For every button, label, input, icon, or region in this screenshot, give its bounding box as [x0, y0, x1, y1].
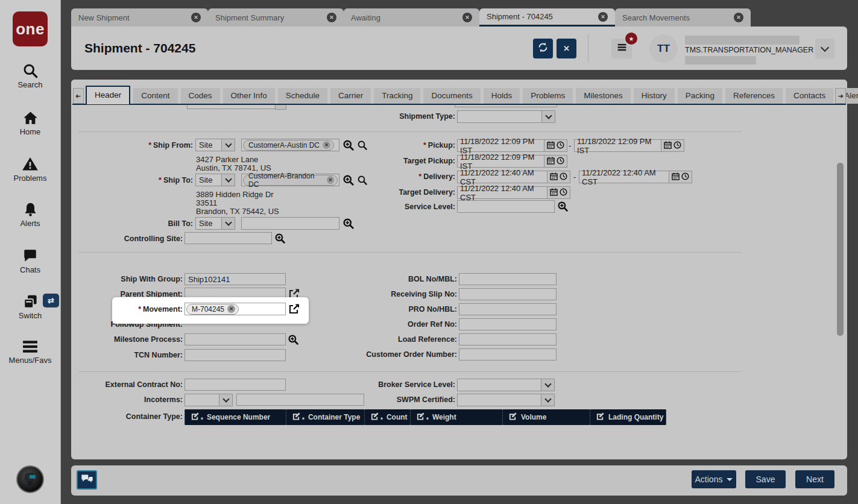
movement-field[interactable]: M-704245✕	[185, 303, 286, 315]
tab-holds[interactable]: Holds	[484, 88, 520, 104]
external-contract-no-field[interactable]	[185, 379, 286, 391]
load-reference-field[interactable]	[459, 333, 557, 345]
calendar-icon[interactable]	[550, 187, 558, 198]
close-icon[interactable]: ✕	[462, 13, 472, 22]
target-delivery-datetime[interactable]: 11/21/2022 12:40 AM CST	[457, 186, 570, 199]
clock-icon[interactable]	[557, 156, 564, 167]
pro-no-field[interactable]	[459, 303, 557, 315]
tab-documents[interactable]: Documents	[423, 88, 480, 104]
search-lookup-icon[interactable]	[357, 140, 368, 151]
calendar-icon[interactable]	[550, 172, 558, 183]
clock-icon[interactable]	[557, 140, 564, 151]
tab-other-info[interactable]: Other Info	[223, 88, 275, 104]
sidebar-item-menus-favs[interactable]: Menus/Favs	[0, 339, 60, 365]
save-button[interactable]: Save	[745, 470, 786, 488]
close-icon[interactable]: ✕	[327, 13, 336, 22]
incoterms-detail-field[interactable]	[236, 394, 364, 406]
window-tab-awaiting[interactable]: Awaiting ✕	[344, 8, 479, 27]
tab-codes[interactable]: Codes	[181, 88, 220, 104]
calendar-icon[interactable]	[547, 140, 555, 151]
calendar-icon[interactable]	[664, 140, 672, 151]
user-menu-dropdown-button[interactable]	[815, 39, 834, 58]
calendar-icon[interactable]	[672, 172, 680, 183]
sidebar-item-chats[interactable]: Chats	[0, 248, 60, 274]
milestone-process-field[interactable]	[185, 333, 286, 345]
actions-button[interactable]: Actions	[692, 470, 736, 488]
tcn-number-field[interactable]	[185, 349, 286, 361]
window-tab-new-shipment[interactable]: New Shipment ✕	[71, 8, 208, 27]
tab-schedule[interactable]: Schedule	[278, 88, 327, 104]
clock-icon[interactable]	[681, 172, 689, 183]
zoom-in-lookup-icon[interactable]	[342, 139, 355, 151]
tab-references[interactable]: References	[725, 88, 783, 104]
sidebar-item-alerts[interactable]: Alerts	[0, 201, 60, 228]
bill-to-type-select[interactable]: Site	[195, 217, 235, 230]
column-header-container-type[interactable]: *Container Type	[286, 409, 364, 425]
user-avatar[interactable]: TT	[649, 34, 678, 63]
column-header-sequence-number[interactable]: *Sequence Number	[185, 409, 286, 425]
column-header-count[interactable]: *Count	[364, 409, 410, 425]
swpm-certified-select[interactable]	[457, 394, 555, 406]
zoom-in-lookup-icon[interactable]	[274, 233, 286, 244]
ship-from-field[interactable]: CustomerA-Austin DC✕	[241, 139, 339, 151]
sidebar-item-search[interactable]: Search	[0, 63, 60, 89]
close-icon[interactable]: ✕	[598, 12, 608, 22]
close-icon[interactable]: ✕	[191, 13, 201, 22]
vertical-scrollbar-thumb[interactable]	[837, 163, 844, 336]
shipment-type-select[interactable]	[457, 110, 555, 123]
remove-chip-icon[interactable]: ✕	[323, 141, 330, 149]
clock-icon[interactable]	[560, 187, 567, 198]
tab-problems[interactable]: Problems	[523, 88, 573, 104]
tab-history[interactable]: History	[634, 88, 675, 104]
zoom-in-lookup-icon[interactable]	[342, 174, 355, 186]
ship-to-type-select[interactable]: Site	[195, 174, 235, 186]
pickup-start-datetime[interactable]: 11/18/2022 12:09 PM IST	[457, 139, 567, 152]
sidebar-item-problems[interactable]: Problems	[0, 156, 60, 183]
bill-to-field[interactable]	[241, 217, 339, 230]
one-network-logo[interactable]: one	[13, 11, 48, 46]
assistant-avatar-button[interactable]	[16, 465, 44, 493]
receiving-slip-no-field[interactable]	[459, 288, 557, 300]
column-header-volume[interactable]: Volume	[502, 409, 590, 425]
delivery-end-datetime[interactable]: 11/21/2022 12:40 AM CST	[579, 171, 692, 183]
close-page-button[interactable]: ✕	[557, 39, 576, 58]
zoom-in-lookup-icon[interactable]	[557, 201, 569, 212]
order-ref-no-field[interactable]	[459, 318, 557, 330]
controlling-site-field[interactable]	[185, 232, 272, 244]
service-level-field[interactable]	[457, 200, 555, 213]
close-icon[interactable]: ✕	[734, 13, 743, 22]
refresh-button[interactable]	[533, 39, 553, 58]
tab-milestones[interactable]: Milestones	[576, 88, 631, 104]
tabs-scroll-left-button[interactable]: ➜	[73, 88, 84, 104]
tab-carrier[interactable]: Carrier	[330, 88, 371, 104]
ship-to-field[interactable]: CustomerA-Brandon DC✕	[241, 174, 339, 186]
window-tab-shipment-704245[interactable]: Shipment - 704245 ✕	[479, 8, 615, 27]
tab-content[interactable]: Content	[133, 88, 177, 104]
clock-icon[interactable]	[673, 140, 681, 151]
pickup-end-datetime[interactable]: 11/18/2022 12:09 PM IST	[574, 139, 684, 152]
clock-icon[interactable]	[560, 172, 567, 183]
chat-button[interactable]	[77, 470, 97, 490]
ship-from-type-select[interactable]: Site	[195, 139, 235, 151]
external-link-icon[interactable]	[288, 303, 300, 315]
search-lookup-icon[interactable]	[357, 175, 368, 186]
window-tab-shipment-summary[interactable]: Shipment Summary ✕	[208, 8, 344, 27]
tab-contacts[interactable]: Contacts	[786, 88, 833, 104]
customer-order-number-field[interactable]	[459, 348, 557, 361]
column-header-lading-quantity[interactable]: Lading Quantity	[590, 409, 666, 425]
calendar-icon[interactable]	[547, 156, 555, 167]
tab-packing[interactable]: Packing	[678, 88, 722, 104]
zoom-in-lookup-icon[interactable]	[288, 334, 299, 345]
remove-chip-icon[interactable]: ✕	[227, 305, 235, 313]
tab-header[interactable]: Header	[86, 86, 130, 104]
tab-tracking[interactable]: Tracking	[374, 88, 420, 104]
switch-swap-badge[interactable]: ⇄	[43, 294, 59, 307]
bol-no-field[interactable]	[459, 273, 557, 285]
ship-with-group-field[interactable]: Ship102141	[185, 273, 286, 285]
window-tab-search-movements[interactable]: Search Movements ✕	[615, 8, 751, 27]
incoterms-select[interactable]	[185, 394, 233, 406]
column-header-weight[interactable]: *Weight	[410, 409, 502, 425]
remove-chip-icon[interactable]: ✕	[327, 176, 334, 184]
target-pickup-datetime[interactable]: 11/18/2022 12:09 PM IST	[457, 155, 567, 168]
tabs-scroll-right-button[interactable]: ➜	[835, 88, 846, 104]
